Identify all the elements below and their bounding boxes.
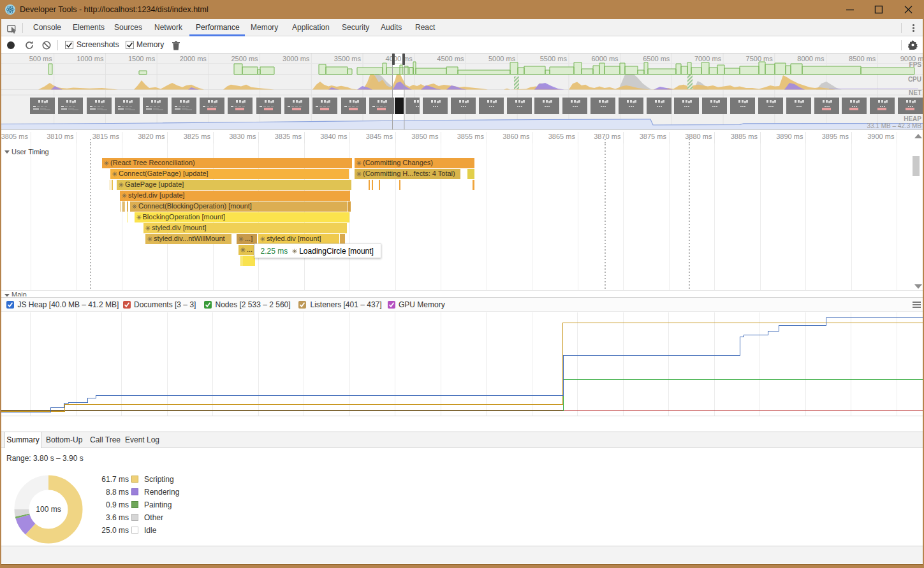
svg-text:100 ms: 100 ms	[36, 505, 61, 514]
